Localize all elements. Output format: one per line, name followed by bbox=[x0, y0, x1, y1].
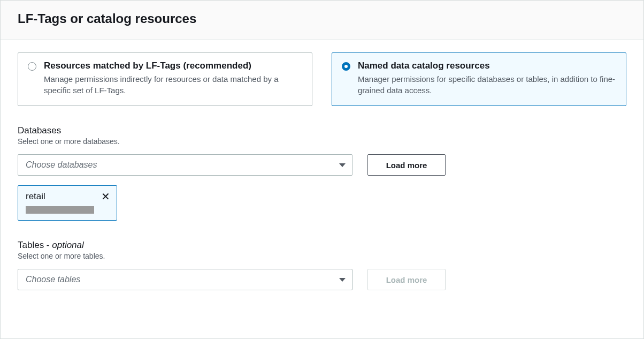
database-chip-retail[interactable]: retail ✕ bbox=[18, 185, 117, 221]
chip-label: retail bbox=[26, 191, 45, 202]
radio-icon bbox=[28, 62, 36, 71]
databases-section: Databases Select one or more databases. … bbox=[18, 125, 626, 221]
databases-placeholder: Choose databases bbox=[26, 160, 97, 170]
button-label: Load more bbox=[386, 161, 427, 170]
chevron-down-icon bbox=[339, 163, 346, 167]
radio-text: Named data catalog resources Manager per… bbox=[358, 61, 616, 96]
panel-header: LF-Tags or catalog resources bbox=[1, 1, 643, 40]
panel-body: Resources matched by LF-Tags (recommende… bbox=[1, 40, 643, 303]
selected-databases: retail ✕ bbox=[18, 185, 626, 221]
tables-select[interactable]: Choose tables bbox=[18, 269, 352, 290]
databases-sublabel: Select one or more databases. bbox=[18, 137, 626, 146]
tables-label-optional: optional bbox=[52, 240, 84, 250]
lftags-catalog-panel: LF-Tags or catalog resources Resources m… bbox=[0, 0, 644, 339]
tables-placeholder: Choose tables bbox=[26, 275, 80, 284]
radio-icon bbox=[342, 62, 350, 71]
radio-text: Resources matched by LF-Tags (recommende… bbox=[44, 61, 302, 96]
tables-section: Tables - optional Select one or more tab… bbox=[18, 240, 626, 290]
radio-named[interactable]: Named data catalog resources Manager per… bbox=[332, 52, 626, 106]
radio-lftags[interactable]: Resources matched by LF-Tags (recommende… bbox=[18, 52, 312, 106]
tables-label-main: Tables - bbox=[18, 240, 52, 250]
databases-label: Databases bbox=[18, 125, 626, 136]
radio-named-title: Named data catalog resources bbox=[358, 61, 616, 71]
chevron-down-icon bbox=[339, 278, 346, 282]
close-icon[interactable]: ✕ bbox=[101, 191, 110, 202]
radio-lftags-title: Resources matched by LF-Tags (recommende… bbox=[44, 61, 302, 71]
databases-select[interactable]: Choose databases bbox=[18, 154, 352, 176]
radio-lftags-desc: Manage permissions indirectly for resour… bbox=[44, 73, 302, 96]
chip-redacted-bar bbox=[26, 206, 94, 214]
tables-input-row: Choose tables Load more bbox=[18, 269, 626, 290]
radio-named-desc: Manager permissions for specific databas… bbox=[358, 73, 616, 96]
tables-load-more-button[interactable]: Load more bbox=[367, 269, 446, 290]
databases-load-more-button[interactable]: Load more bbox=[367, 154, 446, 176]
button-label: Load more bbox=[386, 275, 427, 284]
tables-sublabel: Select one or more tables. bbox=[18, 252, 626, 260]
databases-input-row: Choose databases Load more bbox=[18, 154, 626, 176]
tables-label: Tables - optional bbox=[18, 240, 626, 251]
panel-title: LF-Tags or catalog resources bbox=[18, 11, 626, 26]
resource-type-radio-group: Resources matched by LF-Tags (recommende… bbox=[18, 52, 626, 106]
